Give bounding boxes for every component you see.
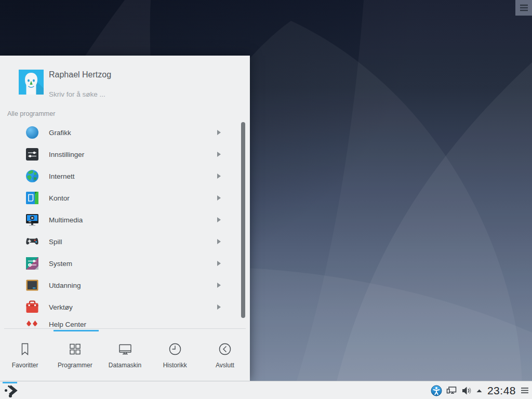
category-item-system[interactable]: System <box>0 252 250 274</box>
launcher-button[interactable] <box>2 381 19 399</box>
tab-label: Favoritter <box>12 362 38 369</box>
scrollbar[interactable] <box>241 122 245 318</box>
graphics-category-icon <box>24 125 40 140</box>
taskbar: 23:48 <box>0 381 532 399</box>
tab-datamaskin[interactable]: Datamaskin <box>100 331 150 381</box>
chevron-right-icon <box>217 283 221 288</box>
chevron-right-icon <box>217 217 221 222</box>
panel-menu-icon[interactable] <box>521 387 529 394</box>
category-item-kontor[interactable]: Kontor <box>0 187 250 209</box>
category-label: Innstillinger <box>49 151 84 158</box>
office-category-icon <box>24 190 40 206</box>
favorites-icon <box>17 341 33 357</box>
accessibility-icon[interactable] <box>431 385 442 396</box>
category-list: Grafikk Innstillinger <box>0 122 250 329</box>
chevron-right-icon <box>217 174 221 179</box>
plasma-launcher-icon <box>3 384 18 398</box>
taskbar-clock[interactable]: 23:48 <box>486 384 517 397</box>
category-item-innstillinger[interactable]: Innstillinger <box>0 143 250 165</box>
tab-programmer[interactable]: Programmer <box>50 331 100 381</box>
category-item-grafikk[interactable]: Grafikk <box>0 122 250 143</box>
education-category-icon <box>24 277 40 293</box>
user-avatar[interactable] <box>19 70 44 95</box>
desktop-toolbox-button[interactable] <box>515 0 532 16</box>
category-item-verktoy[interactable]: Verktøy <box>0 296 250 318</box>
games-category-icon <box>24 234 40 249</box>
volume-icon[interactable] <box>461 385 472 396</box>
device-notifier-icon[interactable] <box>446 385 457 396</box>
category-item-internett[interactable]: Internett <box>0 165 250 187</box>
chevron-right-icon <box>217 304 221 310</box>
expand-tray-icon[interactable] <box>476 389 483 393</box>
tab-bar: Favoritter Programmer <box>0 331 250 381</box>
internet-category-icon <box>24 168 40 184</box>
search-input[interactable]: Skriv for å søke ... <box>49 90 105 98</box>
tabbar-divider <box>4 328 246 329</box>
chevron-right-icon <box>217 152 221 157</box>
help-center-icon <box>24 319 40 329</box>
category-label: Utdanning <box>49 282 81 289</box>
category-label: Internett <box>49 172 75 180</box>
history-icon <box>167 341 183 357</box>
computer-icon <box>117 341 133 357</box>
tab-avslutt[interactable]: Avslutt <box>200 331 250 381</box>
multimedia-category-icon <box>24 212 40 228</box>
category-label: System <box>49 260 72 268</box>
chevron-right-icon <box>217 130 221 135</box>
chevron-right-icon <box>217 239 221 244</box>
applications-icon <box>67 341 83 357</box>
system-category-icon <box>24 256 40 271</box>
chevron-right-icon <box>217 261 221 266</box>
user-face-icon <box>19 70 44 95</box>
category-label: Spill <box>49 238 62 246</box>
user-name: Raphael Hertzog <box>49 70 111 79</box>
category-label: Grafikk <box>49 129 71 137</box>
section-label: Alle programmer <box>7 110 55 117</box>
chevron-right-icon <box>217 195 221 201</box>
tab-label: Datamaskin <box>109 362 141 369</box>
settings-category-icon <box>24 147 40 162</box>
category-label: Verktøy <box>49 303 73 311</box>
category-item-utdanning[interactable]: Utdanning <box>0 274 250 296</box>
category-item-multimedia[interactable]: Multimedia <box>0 209 250 231</box>
tab-historikk[interactable]: Historikk <box>150 331 200 381</box>
hamburger-icon <box>520 4 528 11</box>
application-launcher-menu: Raphael Hertzog Skriv for å søke ... All… <box>0 56 250 381</box>
category-item-help-center[interactable]: Help Center <box>0 318 250 329</box>
tab-label: Avslutt <box>216 362 234 369</box>
category-label: Multimedia <box>49 216 83 224</box>
desktop: Raphael Hertzog Skriv for å søke ... All… <box>0 0 532 399</box>
system-tray: 23:48 <box>431 381 529 399</box>
category-item-spill[interactable]: Spill <box>0 231 250 252</box>
launcher-active-indicator <box>3 382 17 383</box>
utilities-category-icon <box>24 299 40 315</box>
tab-label: Programmer <box>58 362 92 369</box>
tab-label: Historikk <box>163 362 187 369</box>
tab-favoritter[interactable]: Favoritter <box>0 331 50 381</box>
category-label: Help Center <box>49 321 86 328</box>
category-label: Kontor <box>49 194 70 202</box>
leave-icon <box>217 341 233 357</box>
